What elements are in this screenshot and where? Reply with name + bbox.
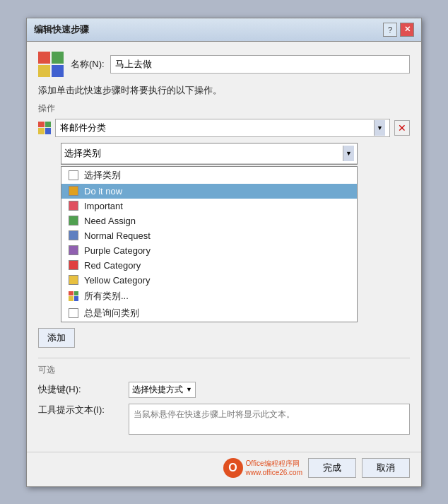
logo-text: Office编程程序网 www.office26.com: [246, 459, 302, 476]
cat-item-label-4: Normal Request: [84, 230, 151, 241]
tooltip-row: 工具提示文本(I):: [38, 404, 410, 435]
shortcut-label: 快捷键(H):: [38, 383, 123, 396]
category-select-row: 选择类别 ▼: [61, 143, 410, 165]
cat-item-label-3: Need Assign: [84, 216, 136, 226]
name-input[interactable]: [110, 55, 410, 74]
cat-item-label-2: Important: [84, 201, 123, 211]
cat-item-normalrequest[interactable]: Normal Request: [61, 228, 357, 243]
action-icon: [38, 122, 51, 134]
cat-color-purplecategory: [69, 245, 78, 255]
dropdown-list-wrapper: 选择类别 Do it now Important Need Assign: [38, 166, 410, 322]
shortcut-select[interactable]: 选择快捷方式 ▼: [129, 382, 196, 398]
cat-item-label-8: 所有类别...: [84, 290, 129, 303]
cat-item-label-7: Yellow Category: [84, 275, 150, 286]
cat-item-label-0: 选择类别: [84, 169, 121, 182]
action-row: 将邮件分类 ▼ ✕: [38, 119, 410, 137]
edit-quick-step-dialog: 编辑快速步骤 ? ✕ 名称(N): 添加单击此快速步骤时将要执行的以下操作。 操…: [26, 18, 422, 487]
cat-item-placeholder[interactable]: 选择类别: [61, 167, 357, 184]
action-dropdown[interactable]: 将邮件分类 ▼: [55, 119, 390, 137]
category-dropdown-arrow[interactable]: ▼: [343, 146, 354, 161]
complete-button[interactable]: 完成: [308, 458, 356, 478]
cat-item-allcategories[interactable]: 所有类别...: [61, 288, 357, 305]
optional-label: 可选: [38, 364, 410, 376]
cat-color-important: [69, 201, 78, 211]
cat-color-yellowcategory: [69, 275, 78, 285]
cat-item-label-5: Purple Category: [84, 245, 151, 256]
delete-action-button[interactable]: ✕: [394, 120, 410, 136]
optional-section: 可选 快捷键(H): 选择快捷方式 ▼ 工具提示文本(I):: [38, 358, 410, 435]
action-label: 将邮件分类: [60, 122, 106, 134]
cat-color-redcategory: [69, 260, 78, 270]
category-dropdown-list: 选择类别 Do it now Important Need Assign: [61, 166, 358, 322]
action-dropdown-arrow[interactable]: ▼: [374, 120, 385, 136]
cat-all-icon: [69, 291, 78, 301]
logo-icon: O: [223, 458, 243, 478]
cat-color-askalways: [69, 308, 78, 318]
cat-item-doitnow[interactable]: Do it now: [61, 184, 357, 199]
cat-item-purplecategory[interactable]: Purple Category: [61, 243, 357, 258]
shortcut-arrow-icon: ▼: [186, 386, 192, 393]
tooltip-label: 工具提示文本(I):: [38, 404, 123, 416]
cat-item-needassign[interactable]: Need Assign: [61, 213, 357, 228]
cat-item-important[interactable]: Important: [61, 199, 357, 213]
title-bar: 编辑快速步骤 ? ✕: [27, 18, 421, 42]
category-select-label: 选择类别: [64, 147, 101, 160]
cat-item-label-9: 总是询问类别: [84, 307, 139, 320]
cat-item-label-6: Red Category: [84, 260, 141, 271]
close-button[interactable]: ✕: [400, 23, 414, 37]
help-button[interactable]: ?: [383, 23, 397, 37]
category-dropdown-header[interactable]: 选择类别 ▼: [61, 143, 357, 164]
cat-item-askalways[interactable]: 总是询问类别: [61, 305, 357, 322]
cat-item-redcategory[interactable]: Red Category: [61, 258, 357, 273]
cat-item-label-1: Do it now: [84, 186, 122, 197]
shortcut-row: 快捷键(H): 选择快捷方式 ▼: [38, 382, 410, 398]
add-button[interactable]: 添加: [38, 328, 75, 348]
category-dropdown-header-row: 选择类别 ▼: [61, 143, 358, 165]
cat-color-normalrequest: [69, 230, 78, 240]
dialog-footer: O Office编程程序网 www.office26.com 完成 取消: [27, 452, 421, 486]
name-icon: [38, 52, 64, 77]
footer-logo: O Office编程程序网 www.office26.com: [223, 458, 302, 478]
tooltip-input[interactable]: [129, 404, 410, 435]
cat-color-doitnow: [69, 186, 78, 196]
cat-item-yellowcategory[interactable]: Yellow Category: [61, 273, 357, 288]
shortcut-value: 选择快捷方式: [132, 384, 183, 396]
title-bar-buttons: ? ✕: [383, 23, 414, 37]
cat-color-none: [69, 170, 78, 180]
cat-color-needassign: [69, 216, 78, 225]
dialog-body: 名称(N): 添加单击此快速步骤时将要执行的以下操作。 操作 将邮件分类 ▼ ✕: [27, 42, 421, 447]
add-row: 添加: [38, 328, 410, 348]
name-label: 名称(N):: [71, 58, 105, 71]
dialog-title: 编辑快速步骤: [34, 23, 89, 36]
cancel-button[interactable]: 取消: [362, 458, 410, 478]
name-row: 名称(N):: [38, 52, 410, 77]
operations-label: 操作: [38, 102, 410, 115]
description-text: 添加单击此快速步骤时将要执行的以下操作。: [38, 84, 410, 97]
